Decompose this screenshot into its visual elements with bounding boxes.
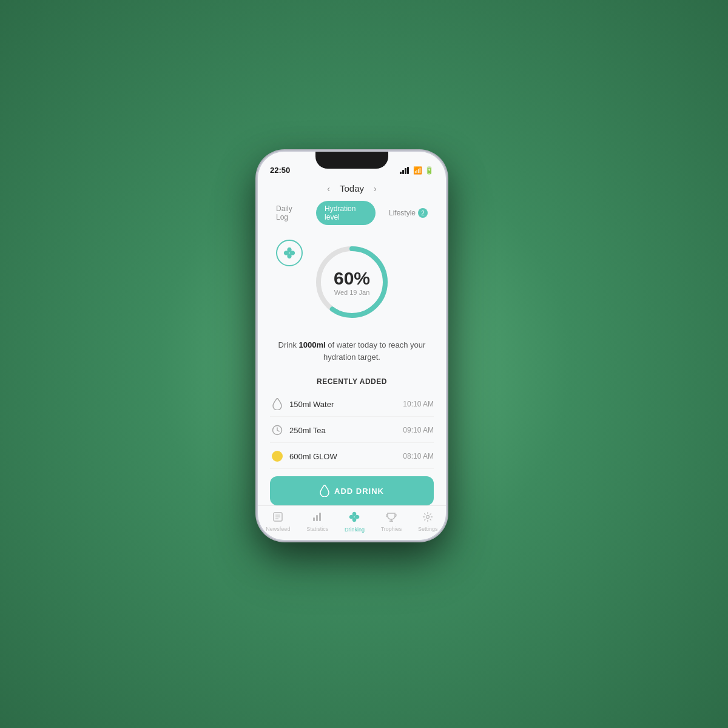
- nav-header: ‹ Today ›: [258, 178, 446, 198]
- tea-icon: [270, 423, 285, 437]
- drink-time-water: 10:10 AM: [403, 400, 434, 408]
- tabs-container: Daily Log Hydration level Lifestyle 2: [258, 198, 446, 230]
- next-arrow[interactable]: ›: [374, 184, 377, 194]
- clock-icon: [272, 425, 283, 436]
- settings-icon: [422, 511, 433, 525]
- flower-icon: [283, 246, 296, 260]
- hydration-message: Drink 1000ml of water today to reach you…: [270, 339, 434, 370]
- percent-value: 60%: [334, 268, 370, 289]
- newsfeed-icon: [272, 511, 283, 525]
- status-icons: 📶 🔋: [400, 166, 434, 175]
- trophies-icon: [386, 511, 397, 525]
- drink-item-water[interactable]: 150ml Water 10:10 AM: [270, 392, 434, 417]
- battery-icon: 🔋: [425, 166, 434, 175]
- svg-point-11: [426, 516, 430, 519]
- circle-text: 60% Wed 19 Jan: [334, 268, 370, 296]
- drinking-icon: [348, 511, 360, 525]
- drink-time-glow: 08:10 AM: [403, 452, 434, 460]
- drinking-label: Drinking: [345, 527, 365, 533]
- screen-inner: ‹ Today › Daily Log Hydration level Life…: [258, 178, 446, 540]
- trophies-label: Trophies: [381, 526, 402, 532]
- tab-daily-log[interactable]: Daily Log: [268, 201, 311, 225]
- svg-rect-8: [316, 515, 318, 521]
- drink-item-glow[interactable]: 600ml GLOW 08:10 AM: [270, 444, 434, 469]
- svg-rect-7: [313, 517, 315, 521]
- drink-name-glow: 600ml GLOW: [289, 452, 403, 461]
- add-drink-icon: [320, 485, 329, 497]
- add-drink-button[interactable]: ADD DRINK: [270, 476, 434, 505]
- progress-section: 60% Wed 19 Jan: [270, 235, 434, 332]
- prev-arrow[interactable]: ‹: [327, 184, 330, 194]
- newsfeed-label: Newsfeed: [266, 526, 290, 532]
- glow-icon: [270, 449, 285, 463]
- bottom-nav: Newsfeed Statistics: [258, 505, 446, 540]
- statistics-label: Statistics: [306, 526, 328, 532]
- section-title: RECENTLY ADDED: [270, 377, 434, 392]
- nav-item-statistics[interactable]: Statistics: [306, 511, 328, 532]
- nav-item-newsfeed[interactable]: Newsfeed: [266, 511, 290, 532]
- status-time: 22:50: [270, 166, 290, 175]
- nav-item-trophies[interactable]: Trophies: [381, 511, 402, 532]
- signal-icon: [400, 167, 409, 174]
- tab-hydration-level[interactable]: Hydration level: [316, 201, 376, 225]
- wifi-icon: 📶: [413, 166, 422, 175]
- drop-icon: [272, 398, 282, 410]
- lifestyle-badge: 2: [418, 208, 428, 218]
- percent-date: Wed 19 Jan: [334, 289, 370, 296]
- drink-list: 150ml Water 10:10 AM 250ml Tea: [270, 392, 434, 469]
- drink-name-water: 150ml Water: [289, 400, 403, 409]
- nav-item-settings[interactable]: Settings: [418, 511, 438, 532]
- circle-container: 60% Wed 19 Jan: [309, 240, 394, 325]
- drink-item-tea[interactable]: 250ml Tea 09:10 AM: [270, 418, 434, 443]
- settings-label: Settings: [418, 526, 438, 532]
- svg-rect-9: [319, 513, 321, 521]
- tab-lifestyle[interactable]: Lifestyle 2: [380, 204, 436, 221]
- svg-rect-10: [389, 521, 393, 522]
- phone: 22:50 📶 🔋 ‹ Today ›: [258, 152, 446, 540]
- drink-time-tea: 09:10 AM: [403, 426, 434, 434]
- add-drink-label: ADD DRINK: [334, 487, 384, 496]
- nav-title: Today: [340, 183, 364, 194]
- leaf-icon: [276, 240, 303, 266]
- statistics-icon: [312, 511, 323, 525]
- content-area: 60% Wed 19 Jan Drink 1000ml of water tod…: [258, 230, 446, 505]
- drink-name-tea: 250ml Tea: [289, 426, 403, 435]
- screen: 22:50 📶 🔋 ‹ Today ›: [258, 152, 446, 540]
- phone-wrapper: 22:50 📶 🔋 ‹ Today ›: [258, 152, 446, 540]
- notch: [315, 152, 388, 169]
- water-icon: [270, 397, 285, 411]
- nav-item-drinking[interactable]: Drinking: [345, 511, 365, 533]
